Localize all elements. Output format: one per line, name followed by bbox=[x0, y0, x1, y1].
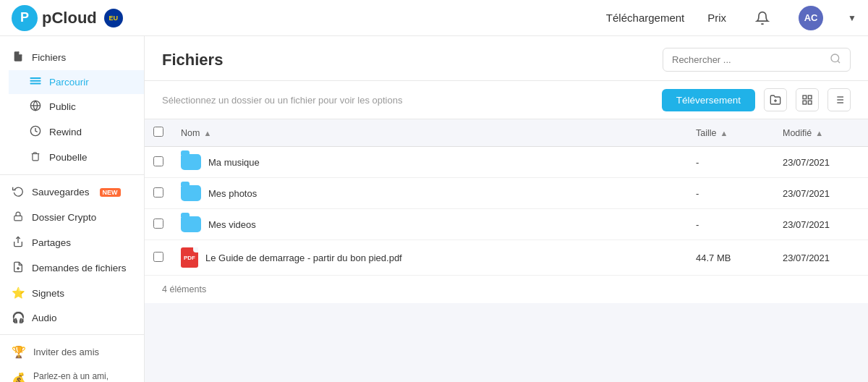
sort-button[interactable] bbox=[827, 88, 851, 111]
table-row: PDFLe Guide de demarrage - partir du bon… bbox=[145, 240, 868, 276]
sidebar-item-poubelle[interactable]: Poubelle bbox=[9, 145, 144, 170]
sidebar-sub: Parcourir Public bbox=[0, 70, 144, 170]
sidebar-label-parcourir: Parcourir bbox=[49, 77, 89, 88]
sidebar-label-rewind: Rewind bbox=[49, 127, 82, 137]
logo[interactable]: P pCloud EU bbox=[12, 5, 123, 31]
sidebar-item-partages[interactable]: Partages bbox=[0, 230, 144, 255]
file-modified: 23/07/2021 bbox=[774, 178, 868, 209]
crypto-icon bbox=[12, 211, 25, 224]
sidebar-item-fichiers[interactable]: Fichiers bbox=[0, 45, 144, 70]
sidebar-item-rewind[interactable]: Rewind bbox=[9, 119, 144, 145]
search-bar bbox=[663, 48, 851, 72]
avatar[interactable]: AC bbox=[799, 6, 823, 30]
grid-view-button[interactable] bbox=[796, 88, 819, 111]
row-checkbox[interactable] bbox=[153, 187, 163, 198]
sidebar-label-referral: Parlez-en à un ami, obtenez 5€ bbox=[33, 370, 132, 382]
app-layout: Fichiers Parcourir bbox=[0, 36, 868, 382]
sidebar-label-demandes: Demandes de fichiers bbox=[32, 263, 127, 273]
name-sort-icon: ▲ bbox=[203, 129, 211, 137]
file-modified: 23/07/2021 bbox=[774, 209, 868, 240]
column-modified[interactable]: Modifié ▲ bbox=[774, 119, 868, 147]
column-name[interactable]: Nom ▲ bbox=[172, 119, 687, 147]
sidebar-item-demandes[interactable]: Demandes de fichiers bbox=[0, 255, 144, 281]
main-header: Fichiers bbox=[145, 36, 868, 81]
modified-sort-icon: ▲ bbox=[815, 129, 823, 137]
sidebar-label-poubelle: Poubelle bbox=[49, 152, 88, 163]
file-size: 44.7 MB bbox=[687, 240, 774, 276]
sidebar-item-parcourir[interactable]: Parcourir bbox=[9, 70, 144, 94]
logo-text: pCloud bbox=[42, 9, 97, 27]
sidebar-label-partages: Partages bbox=[32, 237, 71, 248]
header-nav: Téléchargement Prix AC ▼ bbox=[606, 5, 856, 31]
sidebar-label-sauvegardes: Sauvegardes bbox=[32, 187, 90, 198]
logo-icon: P bbox=[12, 5, 38, 31]
file-size: - bbox=[687, 147, 774, 178]
svg-rect-15 bbox=[808, 96, 812, 99]
row-checkbox[interactable] bbox=[153, 156, 163, 166]
page-title: Fichiers bbox=[162, 51, 223, 69]
rewind-icon bbox=[29, 125, 42, 139]
sidebar-item-audio[interactable]: 🎧 Audio bbox=[0, 305, 144, 330]
file-name[interactable]: Mes videos bbox=[208, 219, 256, 230]
signets-icon: ⭐ bbox=[12, 286, 25, 300]
file-modified: 23/07/2021 bbox=[774, 147, 868, 178]
sidebar-label-invite: Inviter des amis bbox=[33, 347, 99, 357]
upload-button[interactable]: Téléversement bbox=[662, 89, 755, 111]
column-size[interactable]: Taille ▲ bbox=[687, 119, 774, 147]
sidebar-item-dossier-crypto[interactable]: Dossier Crypto bbox=[0, 205, 144, 230]
file-name[interactable]: Ma musique bbox=[208, 157, 260, 168]
select-all-header bbox=[145, 119, 172, 147]
svg-rect-2 bbox=[30, 83, 41, 85]
file-name[interactable]: Mes photos bbox=[208, 188, 257, 199]
table-row: Mes photos-23/07/2021 bbox=[145, 178, 868, 209]
table-row: Mes videos-23/07/2021 bbox=[145, 209, 868, 240]
invite-icon: 🏆 bbox=[12, 345, 26, 359]
sidebar-item-sauvegardes[interactable]: Sauvegardes NEW bbox=[0, 179, 144, 205]
file-table: Nom ▲ Taille ▲ Modifié bbox=[145, 119, 868, 276]
svg-rect-1 bbox=[30, 80, 41, 82]
new-folder-button[interactable] bbox=[764, 88, 787, 111]
table-row: Ma musique-23/07/2021 bbox=[145, 147, 868, 178]
svg-line-11 bbox=[838, 61, 840, 63]
sidebar-label-signets: Signets bbox=[32, 288, 64, 299]
file-name[interactable]: Le Guide de demarrage - partir du bon pi… bbox=[205, 252, 402, 263]
file-table-container: Nom ▲ Taille ▲ Modifié bbox=[145, 119, 868, 276]
select-all-checkbox[interactable] bbox=[153, 127, 163, 137]
sidebar-item-public[interactable]: Public bbox=[9, 94, 144, 119]
notifications-button[interactable] bbox=[749, 5, 775, 31]
search-input[interactable] bbox=[672, 54, 830, 65]
sidebar: Fichiers Parcourir bbox=[0, 36, 145, 382]
file-modified: 23/07/2021 bbox=[774, 240, 868, 276]
avatar-dropdown-icon[interactable]: ▼ bbox=[848, 13, 856, 23]
table-header: Nom ▲ Taille ▲ Modifié bbox=[145, 119, 868, 147]
folder-icon bbox=[181, 154, 201, 170]
header: P pCloud EU Téléchargement Prix AC ▼ bbox=[0, 0, 868, 36]
parcourir-icon bbox=[29, 76, 42, 88]
svg-point-10 bbox=[831, 54, 839, 62]
sauvegardes-icon bbox=[12, 185, 25, 199]
folder-icon bbox=[181, 216, 201, 232]
row-checkbox[interactable] bbox=[153, 252, 163, 262]
nav-pricing[interactable]: Prix bbox=[707, 12, 726, 24]
sidebar-item-referral[interactable]: 💰 Parlez-en à un ami, obtenez 5€ bbox=[0, 365, 144, 382]
size-sort-icon: ▲ bbox=[720, 129, 728, 137]
sidebar-item-invite[interactable]: 🏆 Inviter des amis bbox=[0, 339, 144, 365]
item-count: 4 éléments bbox=[162, 284, 206, 294]
row-checkbox[interactable] bbox=[153, 218, 163, 229]
svg-rect-14 bbox=[803, 96, 807, 99]
sidebar-divider-1 bbox=[0, 174, 144, 175]
public-icon bbox=[29, 100, 42, 114]
sidebar-label-dossier-crypto: Dossier Crypto bbox=[32, 212, 96, 223]
toolbar-hint: Sélectionnez un dossier ou un fichier po… bbox=[162, 95, 653, 106]
toolbar: Sélectionnez un dossier ou un fichier po… bbox=[145, 81, 868, 119]
pdf-icon: PDF bbox=[181, 247, 198, 268]
nav-upload[interactable]: Téléchargement bbox=[606, 12, 684, 24]
poubelle-icon bbox=[29, 150, 42, 164]
sidebar-label-public: Public bbox=[49, 101, 76, 112]
fichiers-icon bbox=[12, 51, 25, 64]
table-footer: 4 éléments bbox=[145, 276, 868, 303]
partages-icon bbox=[12, 236, 25, 250]
sidebar-item-signets[interactable]: ⭐ Signets bbox=[0, 281, 144, 305]
svg-rect-17 bbox=[808, 101, 812, 104]
file-size: - bbox=[687, 178, 774, 209]
